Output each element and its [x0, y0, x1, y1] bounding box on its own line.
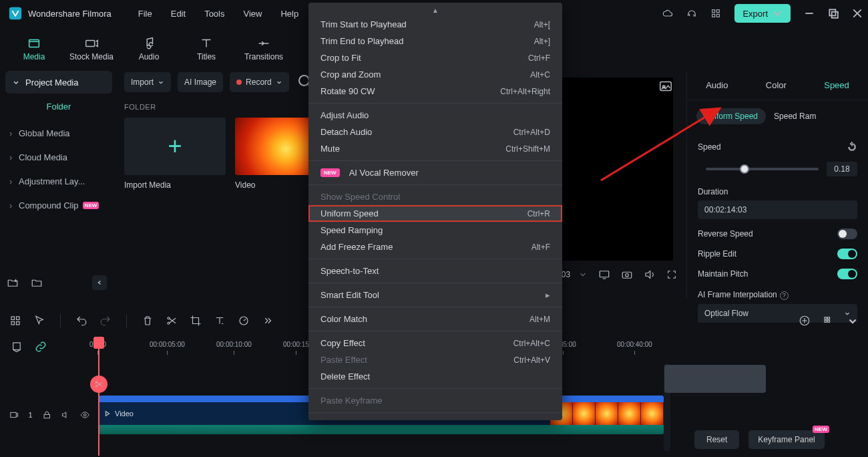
ctx-rotate[interactable]: Rotate 90 CWCtrl+Alt+Right	[308, 83, 562, 100]
cursor-icon[interactable]	[33, 315, 45, 327]
inspector-tab-speed[interactable]: Speed	[824, 80, 849, 90]
ctx-adjust-audio[interactable]: Adjust Audio	[308, 107, 562, 124]
svg-point-32	[83, 414, 86, 416]
record-dropdown[interactable]: Record	[230, 72, 289, 92]
cloud-icon[interactable]	[662, 8, 673, 19]
more-icon[interactable]	[262, 315, 274, 327]
grid-icon[interactable]	[9, 315, 21, 327]
text-icon[interactable]	[214, 315, 226, 327]
tab-titles[interactable]: Titles	[180, 36, 232, 61]
ctx-color-match[interactable]: Color MatchAlt+M	[308, 311, 562, 327]
ctx-uniform-speed[interactable]: Uniform SpeedCtrl+R	[308, 205, 562, 222]
undo-icon[interactable]	[75, 315, 87, 327]
crop-icon[interactable]	[190, 315, 202, 327]
menu-edit[interactable]: Edit	[171, 9, 186, 19]
close-icon[interactable]	[852, 8, 863, 19]
ctx-speech-to-text[interactable]: Speech-to-Text	[308, 263, 562, 279]
svg-rect-5	[829, 9, 835, 15]
add-track-icon[interactable]	[799, 315, 811, 327]
menu-view[interactable]: View	[243, 9, 262, 19]
export-button[interactable]: Export	[734, 4, 791, 23]
ripple-edit-toggle[interactable]	[837, 249, 857, 259]
timeline-scrollbar[interactable]	[664, 363, 670, 452]
split-icon[interactable]	[166, 315, 178, 327]
import-dropdown[interactable]: Import	[124, 72, 171, 92]
context-menu: ▲ Trim Start to PlayheadAlt+[ Trim End t…	[308, 3, 562, 420]
redo-icon[interactable]	[99, 315, 112, 327]
help-icon[interactable]: ?	[780, 291, 789, 300]
ctx-smart-edit-tool[interactable]: Smart Edit Tool▸	[308, 287, 562, 303]
import-media-tile[interactable]: + Import Media	[124, 118, 226, 190]
ctx-mute[interactable]: MuteCtrl+Shift+M	[308, 140, 562, 157]
sidebar-item-global-media[interactable]: Global Media	[5, 121, 112, 145]
speed-slider[interactable]	[706, 168, 819, 170]
ctx-trim-end[interactable]: Trim End to PlayheadAlt+]	[308, 33, 562, 49]
speed-ramp-chip[interactable]: Speed Ram	[774, 112, 816, 121]
track-video-icon[interactable]	[9, 410, 19, 420]
ctx-speed-ramping[interactable]: Speed Ramping	[308, 222, 562, 239]
menu-help[interactable]: Help	[280, 9, 298, 19]
bin-icon[interactable]	[31, 277, 43, 289]
ctx-paste-keyframe: Paste Keyframe	[308, 392, 562, 409]
new-folder-icon[interactable]	[7, 277, 19, 289]
maintain-pitch-toggle[interactable]	[837, 269, 857, 279]
ctx-crop-zoom[interactable]: Crop and ZoomAlt+C	[308, 66, 562, 83]
apps-icon[interactable]	[710, 8, 721, 19]
speed-icon[interactable]	[238, 315, 250, 327]
fullscreen-icon[interactable]	[666, 269, 677, 280]
speed-value[interactable]: 0.18	[827, 162, 857, 176]
inspector-tab-audio[interactable]: Audio	[706, 80, 728, 90]
svg-rect-16	[17, 317, 20, 320]
duration-value[interactable]: 00:02:14:03	[698, 200, 857, 219]
headphones-icon[interactable]	[686, 8, 697, 19]
svg-rect-15	[11, 317, 15, 320]
reset-speed-icon[interactable]	[847, 142, 857, 152]
ctx-copy-effect[interactable]: Copy EffectCtrl+Alt+C	[308, 335, 562, 351]
ctx-delete-effect[interactable]: Delete Effect	[308, 368, 562, 385]
snapshot-icon[interactable]	[658, 79, 673, 94]
folder-label[interactable]: Folder	[5, 102, 112, 112]
reverse-speed-toggle[interactable]	[837, 228, 857, 239]
tab-stock-media[interactable]: Stock Media	[65, 36, 118, 61]
svg-rect-23	[825, 317, 827, 319]
marker-icon[interactable]	[11, 341, 23, 353]
tab-media[interactable]: Media	[8, 36, 60, 61]
menu-file[interactable]: File	[138, 9, 152, 19]
ctx-ai-vocal-remover[interactable]: NEWAI Vocal Remover	[308, 164, 562, 181]
camera-icon[interactable]	[621, 269, 633, 281]
reverse-speed-label: Reverse Speed	[698, 229, 753, 239]
link-icon[interactable]	[35, 341, 47, 353]
keyframe-panel-button[interactable]: Keyframe PanelNEW	[748, 430, 824, 449]
chevron-down-icon[interactable]	[578, 270, 588, 279]
display-icon[interactable]	[598, 269, 610, 281]
inspector-tab-color[interactable]: Color	[766, 80, 787, 90]
ctx-trim-start[interactable]: Trim Start to PlayheadAlt+[	[308, 16, 562, 33]
reset-button[interactable]: Reset	[694, 430, 739, 449]
maximize-icon[interactable]	[828, 8, 839, 19]
collapse-sidebar-icon[interactable]	[92, 275, 107, 290]
ctx-crop-fit[interactable]: Crop to FitCtrl+F	[308, 49, 562, 66]
svg-rect-24	[825, 320, 827, 322]
mute-track-icon[interactable]	[61, 410, 70, 420]
eye-icon[interactable]	[80, 410, 89, 420]
uniform-speed-chip[interactable]: Uniform Speed	[696, 108, 766, 124]
delete-icon[interactable]	[142, 315, 154, 327]
svg-rect-31	[44, 414, 49, 418]
chevron-down-icon[interactable]	[847, 315, 859, 327]
track-view-icon[interactable]	[823, 315, 835, 327]
ai-image-button[interactable]: AI Image	[178, 72, 223, 92]
volume-icon[interactable]	[644, 269, 656, 281]
project-media-header[interactable]: Project Media	[5, 71, 112, 94]
sidebar-item-adjustment-layer[interactable]: Adjustment Lay...	[5, 169, 112, 193]
lock-icon[interactable]	[42, 410, 51, 420]
minimize-icon[interactable]	[804, 8, 815, 19]
tab-audio[interactable]: Audio	[123, 36, 175, 61]
sidebar-item-cloud-media[interactable]: Cloud Media	[5, 145, 112, 169]
scroll-up-icon[interactable]: ▲	[308, 7, 562, 16]
tab-transitions[interactable]: Transitions	[238, 36, 290, 61]
menu-tools[interactable]: Tools	[204, 9, 224, 19]
playhead[interactable]	[98, 338, 99, 456]
sidebar-item-compound-clip[interactable]: Compound ClipNEW	[5, 193, 112, 217]
ctx-detach-audio[interactable]: Detach AudioCtrl+Alt+D	[308, 124, 562, 140]
ctx-add-freeze-frame[interactable]: Add Freeze FrameAlt+F	[308, 239, 562, 255]
